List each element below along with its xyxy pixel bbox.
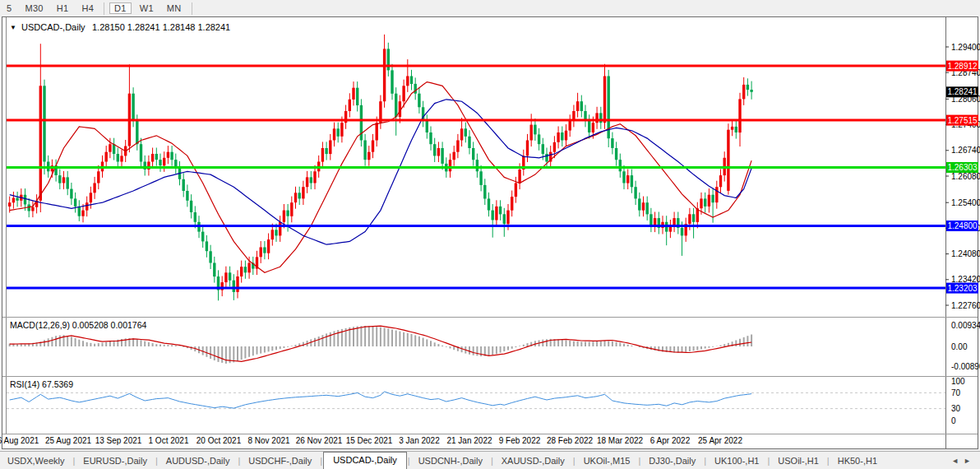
macd-axis-tick: 0.00: [951, 342, 968, 351]
rsi-label: RSI(14) 67.5369: [10, 379, 73, 389]
date-axis-label: 18 Mar 2022: [597, 436, 644, 445]
price-axis-tick: 1.26080: [951, 172, 980, 181]
tab-hk50-h1[interactable]: HK50-,H1: [830, 453, 885, 468]
tab-xauusd-daily[interactable]: XAUUSD-,Daily: [494, 453, 572, 468]
chart-canvas[interactable]: 1.294001.287401.280601.274001.267401.260…: [0, 0, 980, 451]
price-level-badge: 1.23203: [947, 284, 978, 293]
tab-usoil-h1[interactable]: USOil-,H1: [770, 453, 826, 468]
price-axis-tick: 1.24080: [951, 249, 980, 258]
price-level-badge: 1.24800: [947, 221, 978, 230]
date-axis-label: 21 Jan 2022: [446, 436, 492, 445]
macd-label: MACD(12,26,9) 0.005208 0.001764: [10, 320, 147, 330]
chart-title-symbol: USDCAD-,Daily: [21, 22, 86, 32]
tab-usdchf-daily[interactable]: USDCHF-,Daily: [241, 453, 319, 468]
macd-axis-tick: -0.00890: [951, 362, 980, 371]
price-axis-tick: 1.25400: [951, 198, 980, 207]
price-level-badge: 1.26303: [947, 163, 978, 172]
tab-ukoil-m15[interactable]: UKOil-,M15: [576, 453, 638, 468]
chart-title-ohlc: 1.28150 1.28241 1.28148 1.28241: [92, 22, 230, 32]
date-axis-label: 13 Sep 2021: [95, 436, 142, 445]
mt4-window: 5M30H1H4D1W1MN 1.294001.287401.280601.27…: [0, 0, 980, 469]
date-axis-label: 6 Apr 2022: [650, 436, 691, 445]
symbol-dropdown-icon[interactable]: ▼: [10, 24, 16, 31]
tab-dj30-daily[interactable]: DJ30-,Daily: [641, 453, 703, 468]
date-axis-label: 20 Oct 2021: [196, 436, 242, 445]
macd-axis-tick: 0.009345: [951, 321, 980, 330]
price-level-badge: 1.28912: [947, 62, 978, 71]
date-axis-label: 25 Aug 2021: [45, 436, 92, 445]
tab-uk100-h1[interactable]: UK100-,H1: [707, 453, 766, 468]
rsi-axis-tick: 70: [951, 388, 961, 397]
date-axis-label: 1 Oct 2021: [149, 436, 189, 445]
date-axis-label: 6 Aug 2021: [0, 436, 39, 445]
tab-eurusd-daily[interactable]: EURUSD-,Daily: [76, 453, 155, 468]
date-axis-label: 26 Nov 2021: [296, 436, 343, 445]
price-level-badge: 1.28241: [947, 87, 978, 96]
tab-scroll-arrows[interactable]: ◄►: [951, 457, 980, 465]
date-axis-label: 25 Apr 2022: [698, 436, 742, 445]
rsi-axis-tick: 30: [951, 404, 961, 413]
price-axis-tick: 1.22760: [951, 301, 980, 310]
price-axis-tick: 1.29400: [951, 43, 980, 52]
tab-usdcad-daily[interactable]: USDCAD-,Daily: [323, 452, 407, 469]
price-level-badge: 1.27515: [947, 116, 978, 125]
rsi-axis-tick: 0: [951, 416, 956, 425]
date-axis-label: 28 Feb 2022: [547, 436, 594, 445]
tab-usdx-weekly[interactable]: USDX,Weekly: [0, 453, 72, 468]
tab-usdcnh-daily[interactable]: USDCNH-,Daily: [411, 453, 490, 468]
price-axis-tick: 1.26740: [951, 146, 980, 155]
date-axis-label: 9 Feb 2022: [499, 436, 541, 445]
date-axis-label: 15 Dec 2021: [346, 436, 393, 445]
chart-tabs-bar: USDX,Weekly|EURUSD-,Daily|AUDUSD-,Daily|…: [0, 451, 980, 469]
tab-audusd-daily[interactable]: AUDUSD-,Daily: [159, 453, 238, 468]
date-axis-label: 3 Jan 2022: [399, 436, 440, 445]
rsi-axis-tick: 100: [951, 377, 965, 386]
date-axis-label: 8 Nov 2021: [247, 436, 290, 445]
